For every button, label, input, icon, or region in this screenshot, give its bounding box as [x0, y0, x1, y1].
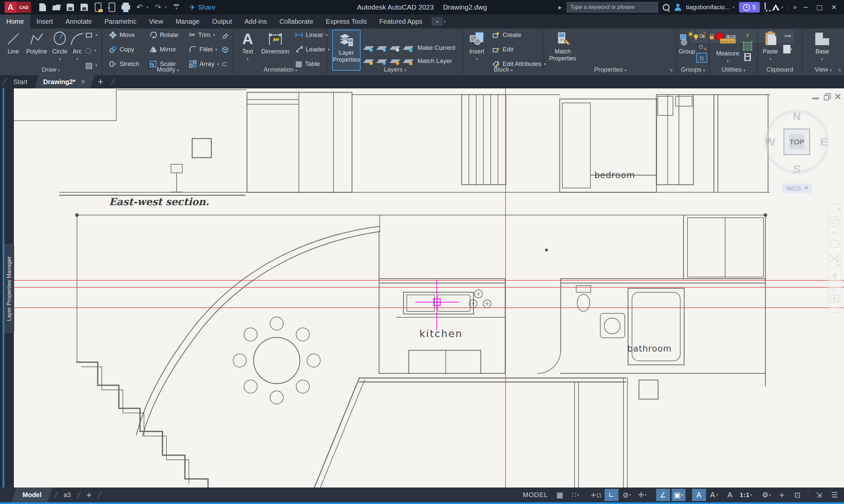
panel-label-block[interactable]: Block ▾	[463, 66, 544, 73]
group-edit-icon[interactable]: ▫✎	[696, 42, 706, 51]
line-tool[interactable]: Line	[4, 30, 22, 55]
save-as-button[interactable]	[80, 3, 88, 12]
annotation-scale-button[interactable]: A	[723, 489, 737, 501]
redo-button[interactable]: ↷	[154, 3, 162, 12]
group-tool[interactable]: ✶ Group	[677, 30, 696, 55]
viewcube-e[interactable]: E	[820, 136, 828, 148]
dimension-tool[interactable]: Dimension	[258, 30, 293, 55]
new-drawing-tab-button[interactable]: +	[98, 77, 104, 87]
layer-off-icon[interactable]	[363, 46, 374, 50]
status-menu-button[interactable]: ☰	[827, 489, 841, 501]
create-block-tool[interactable]: Create	[492, 31, 521, 39]
tab-view[interactable]: View	[143, 15, 169, 29]
object-snap-tracking-toggle[interactable]: ∠	[656, 489, 670, 501]
tab-annotate[interactable]: Annotate	[59, 15, 98, 29]
layer-isolate-icon[interactable]	[376, 46, 387, 50]
fillet-dropdown[interactable]: ▾	[215, 48, 217, 52]
rectangle-tool[interactable]: ▾	[85, 31, 98, 39]
arc-tool[interactable]: Arc ▾	[70, 30, 85, 63]
apps-dropdown[interactable]: ▾	[781, 5, 783, 10]
panel-label-annotation[interactable]: Annotation ▾	[234, 66, 327, 73]
ungroup-icon[interactable]: ▫✕	[696, 31, 706, 40]
panel-label-draw[interactable]: Draw ▾	[0, 66, 102, 73]
viewcube-n[interactable]: N	[793, 110, 801, 122]
edit-block-tool[interactable]: Edit	[492, 46, 514, 53]
notification-badge[interactable]: 5	[739, 2, 760, 13]
user-avatar-icon[interactable]	[674, 4, 682, 11]
minimize-button[interactable]: ─	[802, 3, 810, 11]
ribbon-display-toggle[interactable]: ▲ ▾	[432, 15, 446, 29]
viewcube-w[interactable]: W	[765, 136, 776, 148]
insert-dropdown[interactable]: ▾	[476, 56, 478, 63]
circle-dropdown[interactable]: ▾	[59, 56, 61, 63]
open-file-button[interactable]	[52, 3, 61, 12]
tab-addins[interactable]: Add-ins	[238, 15, 273, 29]
insert-block-tool[interactable]: Insert ▾	[466, 30, 487, 63]
isolate-objects-button[interactable]: ⊡	[791, 489, 804, 501]
plot-button[interactable]	[121, 3, 130, 12]
match-layer-button[interactable]: Match Layer	[417, 57, 452, 65]
trim-tool[interactable]: ✂Trim ▾	[189, 31, 215, 39]
match-properties-tool[interactable]: Match Properties	[548, 30, 577, 62]
circle-tool[interactable]: Circle ▾	[50, 30, 69, 63]
customization-gear[interactable]: ⚙▾	[759, 489, 773, 501]
tab-featured-apps[interactable]: Featured Apps	[373, 15, 429, 29]
trim-dropdown[interactable]: ▾	[213, 33, 215, 37]
tab-home[interactable]: Home	[0, 15, 30, 29]
layer-on2-icon[interactable]	[363, 59, 374, 63]
layer-unlock2-icon[interactable]	[403, 59, 414, 63]
search-icon[interactable]	[663, 4, 670, 11]
paste-dropdown[interactable]: ▾	[769, 56, 771, 63]
measure-dropdown[interactable]: ▾	[727, 58, 729, 65]
layer-properties-button[interactable]: Layer Properties	[332, 30, 361, 71]
cut-icon[interactable]: ✂▾	[783, 32, 793, 40]
erase-tool[interactable]	[221, 31, 229, 39]
tab-express-tools[interactable]: Express Tools	[320, 15, 373, 29]
fillet-tool[interactable]: Fillet ▾	[189, 46, 217, 53]
tab-manage[interactable]: Manage	[169, 15, 206, 29]
crosshair-button[interactable]: +	[775, 489, 789, 501]
new-layout-button[interactable]: +	[86, 490, 91, 500]
select-all-icon[interactable]	[743, 42, 753, 51]
close-tab-icon[interactable]: ✕	[80, 78, 86, 86]
undo-dropdown[interactable]: ▾	[147, 5, 149, 10]
drawing-canvas[interactable]: Layer Properties Manager	[0, 88, 844, 487]
base-view-tool[interactable]: Base ▾	[812, 30, 832, 63]
new-file-button[interactable]	[38, 3, 47, 12]
leader-tool[interactable]: Leader ▾	[295, 46, 330, 53]
quick-select-icon[interactable]: ⚡	[743, 31, 753, 40]
snap-toggle[interactable]: ∷▾	[569, 489, 583, 501]
qat-customize-button[interactable]: ▾	[172, 3, 180, 12]
panel-label-layers[interactable]: Layers ▾	[328, 66, 462, 73]
move-tool[interactable]: Move	[109, 31, 135, 39]
redo-dropdown[interactable]: ▾	[165, 5, 167, 10]
ortho-toggle[interactable]: ∟	[605, 489, 619, 501]
polyline-tool[interactable]: Polyline	[24, 30, 50, 55]
autodesk-logo-icon[interactable]	[772, 4, 779, 11]
username[interactable]: tiagobonifacio...	[686, 4, 730, 11]
centerlines-tool[interactable]: ◌▾	[85, 47, 96, 54]
viewport-minimize-icon[interactable]	[812, 97, 819, 99]
search-collapse-icon[interactable]: ▶	[559, 5, 562, 10]
copy-clip-icon[interactable]: ▾	[783, 45, 793, 53]
layer-properties-manager-tab[interactable]: Layer Properties Manager	[4, 244, 14, 333]
clean-screen-button[interactable]: ⇲	[812, 489, 826, 501]
quick-calculator-icon[interactable]	[743, 53, 753, 61]
rotate-tool[interactable]: Rotate	[149, 31, 178, 39]
annotation-scale-value[interactable]: 1:1▾	[739, 489, 753, 501]
layer-lock-icon[interactable]	[403, 46, 414, 50]
layout-tab-a3[interactable]: a3	[64, 491, 71, 499]
tab-collaborate[interactable]: Collaborate	[273, 15, 319, 29]
make-current-button[interactable]: Make Current	[417, 44, 455, 52]
copy-tool[interactable]: Copy	[109, 46, 134, 53]
undo-button[interactable]: ↶	[135, 3, 144, 12]
layer-freeze-icon[interactable]	[390, 46, 400, 50]
tab-output[interactable]: Output	[206, 15, 238, 29]
autocad-logo-icon[interactable]: ACAD	[5, 2, 31, 13]
search-input[interactable]	[567, 2, 658, 13]
isometric-drafting-toggle[interactable]: ✛▾	[636, 489, 650, 501]
view-dialog-launcher[interactable]: ↘	[837, 67, 841, 73]
polar-tracking-toggle[interactable]: ⊘▾	[620, 489, 634, 501]
text-tool[interactable]: A Text ▾	[238, 30, 257, 63]
viewport-close-icon[interactable]	[836, 94, 840, 99]
